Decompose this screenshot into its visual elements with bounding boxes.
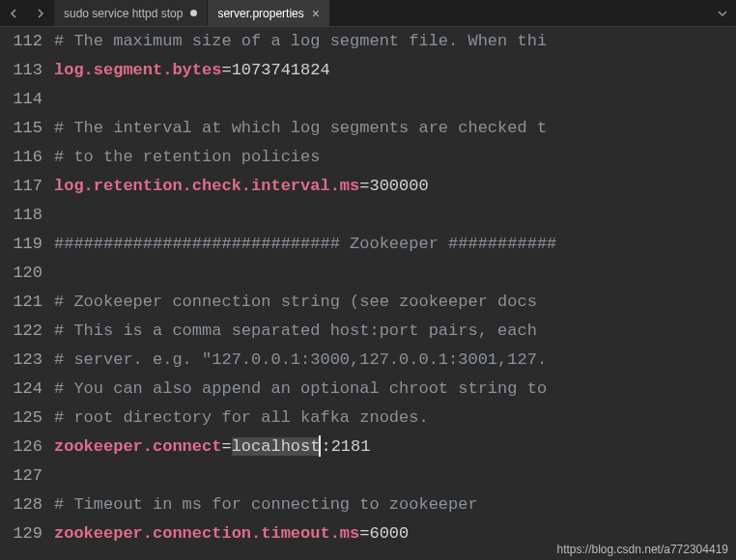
property-key: zookeeper.connection.timeout.ms (54, 524, 359, 543)
chevron-left-icon (9, 9, 18, 18)
comment-text: # You can also append an optional chroot… (54, 379, 547, 398)
line-number: 112 (0, 27, 42, 56)
tab-item-1[interactable]: server.properties × (208, 0, 330, 26)
code-line[interactable]: # Zookeeper connection string (see zooke… (54, 288, 736, 317)
property-value-rest: :2181 (321, 437, 370, 456)
tab-dropdown[interactable] (709, 0, 736, 26)
equals-op: = (221, 61, 231, 79)
tab-scroll-left[interactable] (0, 0, 27, 26)
property-key: zookeeper.connect (54, 437, 221, 456)
line-number: 116 (0, 143, 42, 172)
line-number: 117 (0, 172, 42, 201)
tab-label: server.properties (217, 7, 303, 20)
comment-text: # The maximum size of a log segment file… (54, 32, 547, 50)
line-number: 120 (0, 259, 42, 288)
line-number: 128 (0, 490, 42, 519)
code-line[interactable]: # root directory for all kafka znodes. (54, 404, 736, 433)
chevron-down-icon (718, 9, 727, 18)
equals-op: = (221, 437, 231, 456)
tab-scroll-right[interactable] (27, 0, 54, 26)
line-number: 113 (0, 56, 42, 85)
comment-text: # server. e.g. "127.0.0.1:3000,127.0.0.1… (54, 350, 547, 369)
comment-text: # Zookeeper connection string (see zooke… (54, 293, 547, 311)
code-line[interactable]: log.retention.check.interval.ms=300000 (54, 172, 736, 201)
property-key: log.retention.check.interval.ms (54, 177, 359, 195)
code-line[interactable]: # This is a comma separated host:port pa… (54, 317, 736, 346)
code-line[interactable]: # Timeout in ms for connecting to zookee… (54, 490, 736, 519)
tab-item-0[interactable]: sudo service httpd stop (54, 0, 208, 26)
comment-text: ############################# Zookeeper … (54, 235, 556, 253)
code-line[interactable] (54, 462, 736, 490)
code-content[interactable]: # The maximum size of a log segment file… (54, 27, 736, 560)
tab-bar: sudo service httpd stop server.propertie… (0, 0, 736, 27)
line-number: 114 (0, 85, 42, 114)
line-number: 119 (0, 230, 42, 259)
comment-text: # to the retention policies (54, 148, 320, 166)
line-number: 118 (0, 201, 42, 230)
code-line[interactable]: # server. e.g. "127.0.0.1:3000,127.0.0.1… (54, 346, 736, 375)
code-line[interactable] (54, 85, 736, 114)
line-number-gutter: 1121131141151161171181191201211221231241… (0, 27, 54, 560)
line-number: 124 (0, 375, 42, 404)
line-number: 129 (0, 519, 42, 548)
equals-op: = (359, 524, 369, 543)
comment-text: # root directory for all kafka znodes. (54, 408, 429, 427)
comment-text: # This is a comma separated host:port pa… (54, 322, 547, 340)
line-number: 123 (0, 346, 42, 375)
equals-op: = (359, 177, 369, 195)
dirty-indicator-icon (190, 10, 197, 16)
code-editor[interactable]: 1121131141151161171181191201211221231241… (0, 27, 736, 560)
line-number: 126 (0, 433, 42, 462)
code-line[interactable]: # You can also append an optional chroot… (54, 375, 736, 404)
code-line[interactable]: zookeeper.connect=localhost:2181 (54, 433, 736, 462)
property-key: log.segment.bytes (54, 61, 221, 79)
comment-text: # Timeout in ms for connecting to zookee… (54, 495, 478, 514)
code-line[interactable]: # The interval at which log segments are… (54, 114, 736, 143)
selected-text: localhost (232, 437, 321, 456)
watermark-text: https://blog.csdn.net/a772304419 (557, 543, 728, 556)
code-line[interactable] (54, 201, 736, 230)
line-number: 127 (0, 462, 42, 490)
code-line[interactable]: # to the retention policies (54, 143, 736, 172)
chevron-right-icon (36, 9, 45, 18)
line-number: 122 (0, 317, 42, 346)
code-line[interactable]: ############################# Zookeeper … (54, 230, 736, 259)
comment-text: # The interval at which log segments are… (54, 119, 547, 137)
code-line[interactable]: # The maximum size of a log segment file… (54, 27, 736, 56)
code-line[interactable]: log.segment.bytes=1073741824 (54, 56, 736, 85)
code-line[interactable] (54, 259, 736, 288)
close-icon[interactable]: × (312, 7, 320, 20)
line-number: 125 (0, 404, 42, 433)
property-value: 300000 (369, 177, 428, 195)
property-value: 6000 (369, 524, 409, 543)
line-number: 115 (0, 114, 42, 143)
property-value: 1073741824 (232, 61, 330, 79)
tab-label: sudo service httpd stop (64, 7, 183, 20)
line-number: 121 (0, 288, 42, 317)
